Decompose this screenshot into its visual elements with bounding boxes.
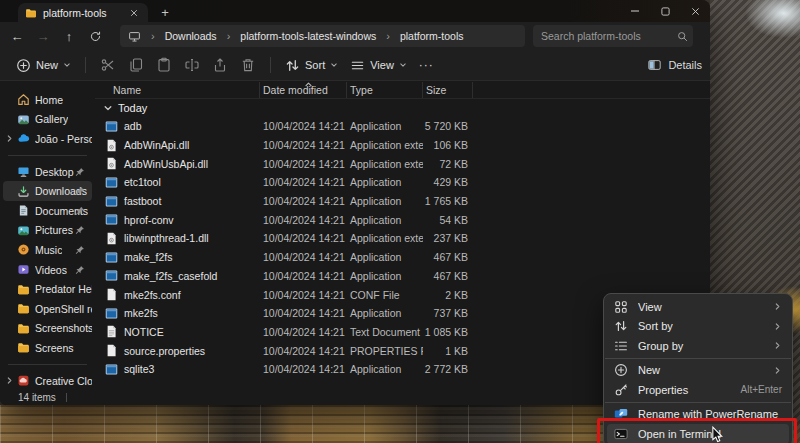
- chevron-down-icon: [330, 61, 338, 69]
- sidebar-item-label: Gallery: [35, 113, 68, 125]
- copy-button[interactable]: [128, 57, 144, 73]
- sort-arrows-icon: [285, 58, 300, 73]
- file-size: 1 085 KB: [423, 326, 473, 338]
- sidebar-item-music[interactable]: Music: [3, 240, 92, 260]
- file-row-libwinpthread-1-dll[interactable]: libwinpthread-1.dll10/04/2024 14:21Appli…: [95, 229, 710, 248]
- file-name: make_f2fs: [124, 251, 172, 263]
- chevron-right-icon[interactable]: [5, 134, 14, 143]
- sidebar-item-predator-helios[interactable]: Predator Helios: [3, 279, 92, 299]
- breadcrumb-segment-platform-tools[interactable]: platform-tools: [400, 30, 464, 42]
- gallery-icon: [17, 113, 30, 126]
- file-name-cell: AdbWinUsbApi.dll: [95, 157, 260, 170]
- file-date: 10/04/2024 14:21: [260, 139, 347, 151]
- back-button[interactable]: ←: [4, 24, 30, 48]
- forward-button[interactable]: →: [30, 24, 56, 48]
- file-name: adb: [124, 120, 142, 132]
- file-type: PROPERTIES File: [347, 345, 423, 357]
- new-button-label: New: [36, 59, 58, 71]
- chevron-right-icon: [773, 341, 782, 350]
- tab-platform-tools[interactable]: platform-tools: [18, 3, 148, 22]
- new-tab-button[interactable]: +: [156, 3, 174, 21]
- file-name-cell: make_f2fs_casefold: [95, 269, 260, 282]
- downloads-icon: [17, 185, 30, 198]
- search-box[interactable]: [533, 25, 693, 47]
- creative-cloud-icon: [17, 374, 30, 387]
- column-header-label: Name: [113, 84, 141, 96]
- file-type: Application: [347, 195, 423, 207]
- menu-item-label: New: [638, 364, 773, 376]
- group-header-today[interactable]: Today: [95, 99, 710, 117]
- sidebar-item-creative-cloud-f[interactable]: Creative Cloud F: [3, 371, 92, 390]
- breadcrumb-segment-downloads[interactable]: Downloads: [165, 30, 217, 42]
- close-button[interactable]: [680, 0, 710, 22]
- more-options-button[interactable]: ···: [413, 58, 440, 72]
- menu-item-sort-by[interactable]: Sort by: [604, 317, 792, 337]
- share-button[interactable]: [212, 57, 228, 73]
- pin-icon: [75, 186, 85, 196]
- file-size: 467 KB: [423, 251, 473, 263]
- cut-button[interactable]: [100, 57, 116, 73]
- column-header-date-modified[interactable]: Date modified: [260, 82, 347, 98]
- sidebar-item-screens[interactable]: Screens: [3, 338, 92, 358]
- new-button[interactable]: New: [10, 54, 77, 77]
- menu-item-group-by[interactable]: Group by: [604, 336, 792, 356]
- file-row-make-f2fs[interactable]: make_f2fs10/04/2024 14:21Application467 …: [95, 248, 710, 267]
- sidebar-item-downloads[interactable]: Downloads: [3, 181, 92, 201]
- file-size: 467 KB: [423, 270, 473, 282]
- home-icon: [17, 93, 30, 106]
- sidebar-item-desktop[interactable]: Desktop: [3, 162, 92, 182]
- up-button[interactable]: ↑: [56, 24, 82, 48]
- column-header-size[interactable]: Size: [423, 82, 473, 98]
- refresh-button[interactable]: [82, 24, 108, 48]
- sidebar-item-screenshots[interactable]: Screenshots: [3, 319, 92, 339]
- file-row-make-f2fs-casefold[interactable]: make_f2fs_casefold10/04/2024 14:21Applic…: [95, 267, 710, 286]
- breadcrumb-segment-platform-tools-latest-windows[interactable]: platform-tools-latest-windows: [240, 30, 376, 42]
- address-bar[interactable]: ›Downloads›platform-tools-latest-windows…: [120, 25, 525, 47]
- annotation-red-box: [597, 418, 797, 443]
- sidebar-item-home[interactable]: Home: [3, 90, 92, 110]
- tab-close-icon[interactable]: [127, 6, 141, 20]
- file-name-cell: libwinpthread-1.dll: [95, 232, 260, 245]
- view-button[interactable]: View: [344, 54, 413, 77]
- sidebar-item-gallery[interactable]: Gallery: [3, 110, 92, 130]
- file-type: Application: [347, 214, 423, 226]
- details-button[interactable]: Details: [647, 58, 702, 72]
- file-row-hprof-conv[interactable]: hprof-conv10/04/2024 14:21Application54 …: [95, 210, 710, 229]
- sort-ascending-icon: [304, 82, 313, 89]
- sidebar-item-label: Home: [35, 94, 63, 106]
- maximize-button[interactable]: [650, 0, 680, 22]
- sidebar: HomeGalleryJoão - PersonalDesktopDownloa…: [0, 82, 95, 390]
- tab-bar: platform-tools +: [0, 0, 710, 22]
- menu-item-properties[interactable]: PropertiesAlt+Enter: [604, 380, 792, 400]
- file-row-etc1tool[interactable]: etc1tool10/04/2024 14:21Application429 K…: [95, 173, 710, 192]
- chevron-right-icon[interactable]: [5, 376, 14, 385]
- sort-button[interactable]: Sort: [279, 54, 344, 77]
- paste-button[interactable]: [156, 57, 172, 73]
- app-icon: [105, 213, 118, 226]
- pin-icon: [75, 265, 85, 275]
- file-size: 737 KB: [423, 307, 473, 319]
- column-header-name[interactable]: Name: [95, 82, 260, 98]
- file-row-adbwinusbapi-dll[interactable]: AdbWinUsbApi.dll10/04/2024 14:21Applicat…: [95, 154, 710, 173]
- menu-item-label: Group by: [638, 340, 773, 352]
- file-row-fastboot[interactable]: fastboot10/04/2024 14:21Application1 765…: [95, 192, 710, 211]
- column-header-type[interactable]: Type: [347, 82, 423, 98]
- rename-button[interactable]: [184, 57, 200, 73]
- sidebar-item-documents[interactable]: Documents: [3, 201, 92, 221]
- file-row-adb[interactable]: adb10/04/2024 14:21Application5 720 KB: [95, 117, 710, 136]
- file-type: Application exten...: [347, 232, 423, 244]
- delete-button[interactable]: [240, 57, 256, 73]
- sidebar-item-pictures[interactable]: Pictures: [3, 221, 92, 241]
- sidebar-item-jo-o-personal[interactable]: João - Personal: [3, 129, 92, 149]
- menu-item-view[interactable]: View: [604, 297, 792, 317]
- menu-item-new[interactable]: New: [604, 361, 792, 381]
- file-size: 237 KB: [423, 232, 473, 244]
- file-name-cell: adb: [95, 120, 260, 133]
- file-row-adbwinapi-dll[interactable]: AdbWinApi.dll10/04/2024 14:21Application…: [95, 136, 710, 155]
- sidebar-item-videos[interactable]: Videos: [3, 260, 92, 280]
- file-type: Application exten...: [347, 158, 423, 170]
- refresh-icon: [89, 30, 102, 43]
- search-input[interactable]: [541, 30, 676, 42]
- minimize-button[interactable]: [620, 0, 650, 22]
- sidebar-item-openshell-revie[interactable]: OpenShell revie: [3, 299, 92, 319]
